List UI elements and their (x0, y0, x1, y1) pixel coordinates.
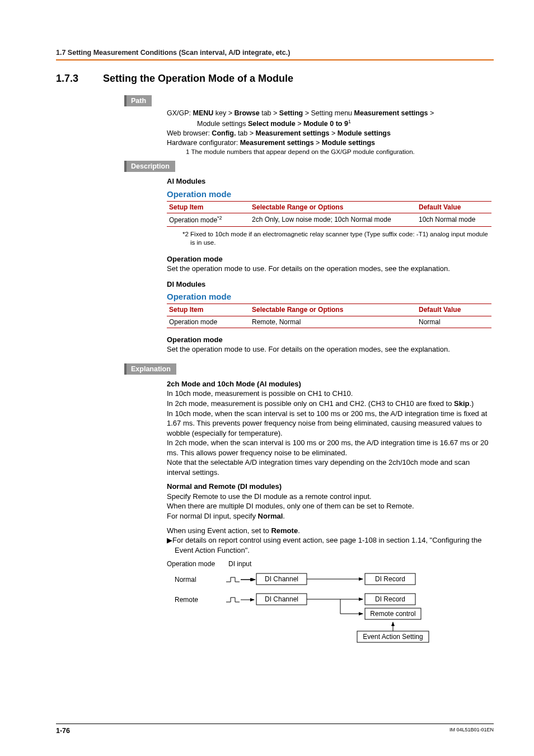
description-label: Description (124, 161, 175, 172)
heading-number: 1.7.3 (56, 72, 103, 85)
t: When using Event action, set to (167, 526, 271, 535)
explanation-body: 2ch Mode and 10ch Mode (AI modules) In 1… (167, 379, 494, 555)
t: . (283, 512, 285, 520)
t: > Setting menu (303, 109, 354, 117)
t: > (296, 120, 303, 128)
p: When there are multiple DI modules, only… (167, 501, 494, 511)
crossref: ▶For details on report control using eve… (167, 535, 494, 555)
t: Module settings (322, 139, 375, 147)
t: For normal DI input, specify (167, 512, 258, 520)
t: key > (213, 109, 234, 117)
running-header: 1.7 Setting Measurement Conditions (Scan… (56, 48, 494, 58)
diagram-di-channel-2: DI Channel (265, 595, 298, 603)
opmode-subhead: Operation mode (167, 254, 494, 264)
t: tab > (236, 129, 255, 137)
diagram-di-channel: DI Channel (265, 575, 298, 583)
t: For details on report control using even… (172, 536, 481, 554)
t: Web browser: (167, 129, 212, 137)
table-row: Operation mode Remote, Normal Normal (167, 316, 491, 328)
t: In 2ch mode, measurement is possible onl… (167, 399, 454, 408)
t: Browse (235, 109, 260, 117)
t: tab > (260, 109, 279, 117)
t: . (298, 526, 300, 535)
operation-mode-heading-ai: Operation mode (167, 189, 494, 200)
td: Operation mode (167, 316, 250, 328)
t: Module settings (197, 120, 248, 128)
td: 2ch Only, Low noise mode; 10ch Normal mo… (250, 213, 416, 226)
t: Normal (258, 512, 283, 520)
p: In 2ch mode, measurement is possible onl… (167, 399, 494, 409)
page-heading: 1.7.3Setting the Operation Mode of a Mod… (56, 72, 494, 85)
p: When using Event action, set to Remote. (167, 526, 494, 536)
td: Operation mode*2 (167, 213, 250, 226)
t: > (428, 109, 434, 117)
exp-h1: 2ch Mode and 10ch Mode (AI modules) (167, 379, 494, 389)
doc-id: IM 04L51B01-01EN (449, 726, 494, 733)
td: 10ch Normal mode (416, 213, 491, 226)
p: For normal DI input, specify Normal. (167, 511, 494, 521)
th: Default Value (416, 304, 491, 316)
p: In 10ch mode, measurement is possible on… (167, 389, 494, 399)
triangle-icon: ▶ (167, 536, 172, 544)
p: Specify Remote to use the DI module as a… (167, 492, 494, 502)
p: Note that the selectable A/D integration… (167, 458, 494, 477)
td: Remote, Normal (250, 316, 416, 328)
opmode-body: Set the operation mode to use. For detai… (167, 264, 494, 274)
table-header-row: Setup Item Selectable Range or Options D… (167, 304, 491, 316)
diagram-col-diinput: DI input (228, 560, 252, 568)
diagram-row-normal: Normal (175, 576, 196, 584)
p: In 2ch mode, when the scan interval is 1… (167, 438, 494, 458)
opmode-subhead-2: Operation mode (167, 335, 494, 345)
gxgp-prefix: GX/GP: (167, 109, 193, 117)
path-label: Path (124, 95, 152, 106)
t: Measurement settings (240, 139, 314, 147)
t: Select module (248, 120, 296, 128)
t: Remote (271, 526, 298, 535)
diagram-remote-control: Remote control (370, 610, 415, 618)
th: Default Value (416, 202, 491, 213)
diagram-row-remote: Remote (175, 596, 198, 604)
path-footnote: 1 The module numbers that appear depend … (186, 148, 494, 157)
t: Setting (279, 109, 303, 117)
t: MENU (193, 109, 214, 117)
p: In 10ch mode, when the scan interval is … (167, 409, 494, 438)
page-number: 1-76 (56, 727, 70, 735)
th: Setup Item (167, 304, 250, 316)
diagram-di-record-2: DI Record (375, 595, 405, 603)
t: Hardware configurator: (167, 139, 240, 147)
t: Measurement settings (354, 109, 428, 117)
t: Skip (454, 399, 469, 408)
t: Module settings (338, 129, 391, 137)
ai-note: *2 Fixed to 10ch mode if an electromagne… (182, 230, 494, 248)
diagram-di-record: DI Record (375, 575, 405, 583)
t: .) (470, 399, 474, 408)
t: Operation mode (169, 216, 217, 224)
ai-modules-heading: AI Modules (167, 176, 494, 186)
th: Selectable Range or Options (250, 304, 416, 316)
t: Module 0 to 9 (303, 120, 348, 128)
t: > (314, 139, 322, 147)
ai-table: Setup Item Selectable Range or Options D… (167, 201, 491, 226)
header-rule (56, 59, 494, 60)
opmode-body-2: Set the operation mode to use. For detai… (167, 344, 494, 354)
path-body: GX/GP: MENU key > Browse tab > Setting >… (167, 109, 494, 156)
table-header-row: Setup Item Selectable Range or Options D… (167, 202, 491, 213)
th: Selectable Range or Options (250, 202, 416, 213)
td: Normal (416, 316, 491, 328)
table-row: Operation mode*2 2ch Only, Low noise mod… (167, 213, 491, 226)
t: *2 (217, 215, 222, 221)
th: Setup Item (167, 202, 250, 213)
t: Measurement settings (256, 129, 330, 137)
di-modules-heading: DI Modules (167, 279, 494, 290)
t: Config. (212, 129, 236, 137)
di-table: Setup Item Selectable Range or Options D… (167, 304, 491, 328)
exp-h2: Normal and Remote (DI modules) (167, 482, 494, 492)
heading-text: Setting the Operation Mode of a Module (103, 73, 293, 84)
page-footer: 1-76 IM 04L51B01-01EN (56, 724, 494, 736)
diagram-col-opmode: Operation mode (167, 560, 215, 568)
t: > (330, 129, 338, 137)
t: 1 (348, 119, 351, 124)
diagram-event-action: Event Action Setting (363, 633, 423, 641)
explanation-label: Explanation (124, 363, 176, 375)
operation-mode-heading-di: Operation mode (167, 291, 494, 302)
